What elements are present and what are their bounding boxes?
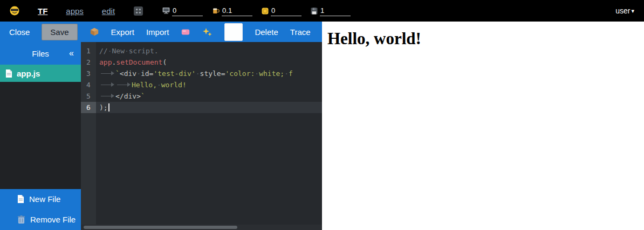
line-number: 2 [81,57,96,68]
line-number: 1 [81,45,96,57]
line-number: 6 [81,102,96,113]
files-header: Files « [0,42,81,65]
user-menu[interactable]: user ▾ [615,6,634,15]
stat-beer: 0.1 [211,6,252,16]
code-line: `<div·id='test-div'·style='color:·white;… [96,68,322,79]
line-number: 4 [81,79,96,90]
stat-field-monitor[interactable]: 0 [172,6,203,16]
caret-down-icon: ▾ [631,8,634,15]
soap-icon[interactable] [181,27,190,37]
stats-group: 0 0.1 0 [162,6,351,16]
export-button[interactable]: Export [111,27,134,37]
file-item-appjs[interactable]: app.js [0,65,81,82]
editor-body: Files « app.js [0,42,322,230]
remove-file-label: Remove File [30,215,76,224]
app-preview: Hello, world! [322,22,644,230]
monitor-icon [162,6,170,15]
code-editor[interactable]: 123456 //·New·script.app.setDocument(`<d… [81,42,322,230]
trace-button[interactable]: Trace [290,27,311,37]
code-line: </div>` [96,90,322,102]
nav-link-edit[interactable]: edit [102,6,115,16]
topbar: TF apps edit 0 [0,0,644,22]
code-lines[interactable]: //·New·script.app.setDocument(`<div·id='… [96,42,322,230]
horizontal-scrollbar-track[interactable] [81,225,322,230]
line-number: 3 [81,68,96,79]
horizontal-scrollbar-thumb[interactable] [84,226,237,229]
grid-icon[interactable] [133,6,143,16]
topbar-left: TF apps edit 0 [10,6,351,16]
ide-panel: Close Save Export Import [0,22,322,230]
stat-coin: 0 [261,6,302,16]
tab-whitespace-marker [99,90,115,102]
editor-gutter: 123456 [81,42,96,230]
collapse-panel-icon[interactable]: « [69,48,74,58]
sparkles-icon[interactable] [202,27,213,37]
save-button[interactable]: Save [42,24,77,40]
import-button[interactable]: Import [146,27,169,37]
tab-whitespace-marker [99,79,115,90]
code-line: Hello,·world! [96,79,322,90]
file-name: app.js [17,69,40,78]
remove-file-button[interactable]: Remove File [0,209,81,230]
new-file-button[interactable]: New File [0,189,81,209]
tab-whitespace-marker [99,68,115,79]
package-icon[interactable] [90,27,99,37]
text-cursor [108,103,109,111]
floppy-icon [310,7,318,15]
preview-heading: Hello, world! [327,29,644,48]
coin-icon [261,7,269,15]
trash-icon [17,215,25,224]
new-file-label: New File [29,194,60,204]
new-file-icon [17,195,24,203]
files-panel-title: Files [32,49,49,58]
smiley-icon[interactable] [10,6,19,16]
sidebar-filler [0,82,81,189]
blank-swatch-button[interactable] [224,23,243,41]
user-menu-label: user [615,6,630,15]
line-number: 5 [81,90,96,102]
code-line: ); [96,102,322,113]
nav-link-apps[interactable]: apps [66,6,84,16]
code-line: //·New·script. [96,45,322,57]
stat-monitor: 0 [162,6,203,16]
beer-icon [211,6,220,15]
code-line: app.setDocument( [96,57,322,68]
workspace: Close Save Export Import [0,22,644,230]
close-button[interactable]: Close [9,27,30,37]
stat-floppy: 1 [310,6,351,16]
stat-field-floppy[interactable]: 1 [320,6,351,16]
editor-toolbar: Close Save Export Import [0,22,322,42]
tab-whitespace-marker [115,79,132,90]
delete-button[interactable]: Delete [255,27,278,37]
brand-link[interactable]: TF [38,6,47,16]
files-sidebar: Files « app.js [0,42,81,230]
stat-field-beer[interactable]: 0.1 [222,6,252,16]
stat-field-coin[interactable]: 0 [271,6,302,16]
file-icon [5,69,12,78]
